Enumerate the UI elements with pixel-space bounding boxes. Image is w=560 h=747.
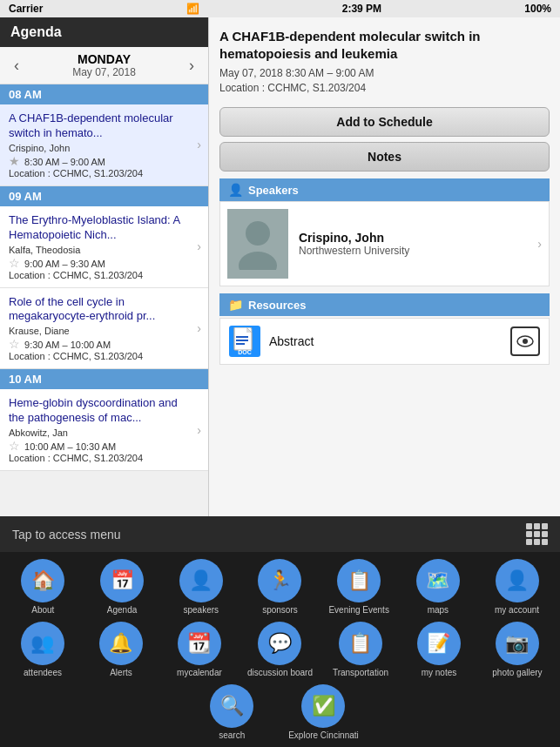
svg-point-9 (523, 339, 528, 344)
nav-item-maps[interactable]: 🗺️ maps (408, 559, 469, 615)
nav-icon-my-notes: 📝 (417, 622, 461, 665)
nav-item-search[interactable]: 🔍 search (201, 684, 262, 740)
nav-icon-evening-events: 📋 (337, 559, 381, 602)
battery-label: 100% (524, 3, 551, 15)
nav-label-maps: maps (428, 605, 449, 615)
speakers-section-label: Speakers (248, 184, 299, 197)
item-title: Role of the cell cycle in megakaryocyte-… (9, 295, 199, 325)
agenda-nav: ‹ MONDAY May 07, 2018 › (0, 47, 208, 84)
agenda-item[interactable]: A CHAF1B-dependent molecular switch in h… (0, 104, 208, 186)
nav-label-my-notes: my notes (422, 668, 457, 677)
nav-item-about[interactable]: 🏠 About (12, 559, 73, 615)
nav-item-sponsors[interactable]: 🏃 sponsors (249, 559, 310, 615)
resource-item[interactable]: DOC Abstract (219, 318, 550, 365)
item-author: Kalfa, Theodosia (9, 245, 199, 255)
notes-button[interactable]: Notes (219, 142, 550, 172)
nav-icon-search: 🔍 (210, 684, 253, 728)
nav-icon-photo-gallery: 📷 (496, 622, 539, 665)
nav-item-speakers[interactable]: 👤 speakers (171, 559, 232, 615)
item-time: ★ 8:30 AM – 9:00 AM (9, 154, 199, 168)
nav-item-alerts[interactable]: 🔔 Alerts (91, 622, 152, 677)
svg-rect-7 (236, 343, 245, 345)
svg-rect-6 (236, 340, 248, 341)
agenda-item[interactable]: Role of the cell cycle in megakaryocyte-… (0, 288, 208, 370)
detail-title: A CHAF1B-dependent molecular switch in h… (219, 28, 550, 62)
wifi-icon: 📶 (186, 3, 199, 15)
nav-item-photo-gallery[interactable]: 📷 photo gallery (487, 622, 548, 677)
nav-label-search: search (219, 730, 245, 740)
nav-label-transportation: Transportation (333, 668, 388, 677)
nav-item-explore-cincinnati[interactable]: ✅ Explore Cincinnati (288, 684, 359, 740)
nav-label-discussion: discussion board (247, 668, 313, 677)
next-day-button[interactable]: › (180, 57, 203, 75)
speaker-info: Crispino, John Northwestern University (299, 231, 409, 257)
item-location: Location : CCHMC, S1.203/204 (9, 270, 199, 280)
item-chevron-icon: › (197, 321, 201, 335)
item-title: Heme-globin dyscoordination and the path… (9, 396, 199, 426)
nav-item-my-account[interactable]: 👤 my account (487, 559, 548, 615)
nav-icon-explore-cincinnati: ✅ (301, 684, 345, 728)
nav-item-agenda[interactable]: 📅 Agenda (91, 559, 152, 615)
nav-icon-alerts: 🔔 (99, 622, 143, 665)
tap-menu-bar[interactable]: Tap to access menu (0, 516, 560, 552)
nav-item-attendees[interactable]: 👥 attendees (12, 622, 73, 677)
item-time: ☆ 9:00 AM – 9:30 AM (9, 256, 199, 270)
carrier-label: Carrier (9, 3, 43, 15)
agenda-panel: Agenda ‹ MONDAY May 07, 2018 › 08 AM A C… (0, 17, 209, 527)
nav-item-mycalendar[interactable]: 📆 mycalendar (169, 622, 230, 677)
resources-icon: 📁 (228, 298, 243, 312)
nav-row-2: 👥 attendees 🔔 Alerts 📆 mycalendar 💬 disc… (0, 618, 560, 681)
time-header-8am: 08 AM (0, 84, 208, 104)
nav-icon-agenda: 📅 (100, 559, 144, 602)
nav-item-evening-events[interactable]: 📋 Evening Events (328, 559, 389, 615)
detail-buttons: Add to Schedule Notes (219, 107, 550, 172)
preview-button[interactable] (510, 326, 540, 356)
nav-label-mycalendar: mycalendar (177, 668, 222, 677)
speaker-card[interactable]: Crispino, John Northwestern University › (219, 201, 550, 286)
nav-label-explore-cincinnati: Explore Cincinnati (288, 730, 359, 740)
nav-label-attendees: attendees (24, 668, 62, 677)
day-info: MONDAY May 07, 2018 (28, 52, 180, 78)
nav-row-1: 🏠 About 📅 Agenda 👤 speakers 🏃 sponsors 📋… (0, 552, 560, 618)
doc-label: DOC (229, 349, 260, 355)
svg-point-0 (246, 221, 270, 246)
speaker-avatar (227, 209, 288, 279)
nav-item-discussion[interactable]: 💬 discussion board (247, 622, 313, 677)
nav-label-my-account: my account (495, 605, 539, 615)
nav-icon-maps: 🗺️ (416, 559, 460, 602)
eye-icon (516, 335, 534, 347)
svg-point-1 (239, 252, 277, 270)
nav-icon-transportation: 📋 (339, 622, 382, 665)
nav-label-agenda: Agenda (107, 605, 137, 615)
nav-item-my-notes[interactable]: 📝 my notes (408, 622, 469, 677)
agenda-item[interactable]: Heme-globin dyscoordination and the path… (0, 389, 208, 471)
item-chevron-icon: › (197, 138, 201, 151)
item-author: Crispino, John (9, 143, 199, 153)
grid-menu-icon[interactable] (526, 523, 548, 545)
resources-section-header: 📁 Resources (219, 293, 550, 316)
status-bar: Carrier 📶 2:39 PM 100% (0, 0, 560, 17)
nav-icon-attendees: 👥 (21, 622, 64, 665)
detail-location: Location : CCHMC, S1.203/204 (219, 82, 550, 94)
avatar-silhouette (236, 218, 280, 270)
detail-panel: A CHAF1B-dependent molecular switch in h… (209, 17, 560, 527)
nav-label-photo-gallery: photo gallery (492, 668, 542, 677)
nav-label-alerts: Alerts (110, 668, 132, 677)
item-location: Location : CCHMC, S1.203/204 (9, 168, 199, 178)
day-date: May 07, 2018 (28, 66, 180, 78)
nav-item-transportation[interactable]: 📋 Transportation (330, 622, 391, 677)
main-content: Agenda ‹ MONDAY May 07, 2018 › 08 AM A C… (0, 17, 560, 527)
day-name: MONDAY (28, 52, 180, 66)
resources-section-label: Resources (248, 299, 306, 312)
agenda-item[interactable]: The Erythro-Myeloblastic Island: A Hemat… (0, 206, 208, 288)
item-location: Location : CCHMC, S1.203/204 (9, 453, 199, 463)
item-chevron-icon: › (197, 239, 201, 253)
add-to-schedule-button[interactable]: Add to Schedule (219, 107, 550, 137)
nav-icon-discussion: 💬 (258, 622, 301, 665)
speaker-org: Northwestern University (299, 245, 409, 257)
prev-day-button[interactable]: ‹ (5, 57, 28, 75)
svg-rect-5 (236, 336, 248, 338)
agenda-scroll[interactable]: 08 AM A CHAF1B-dependent molecular switc… (0, 84, 208, 527)
item-chevron-icon: › (197, 423, 201, 437)
resource-doc-icon: DOC (229, 326, 260, 357)
